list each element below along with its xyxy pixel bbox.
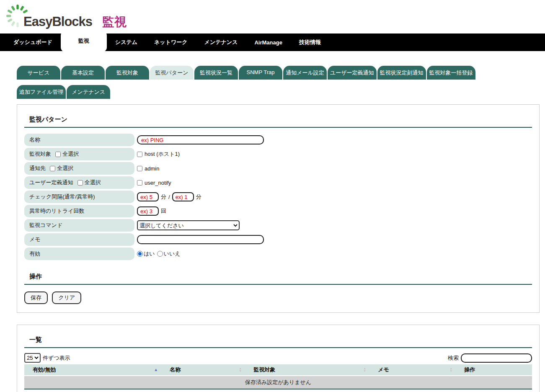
page-size-suffix: 件ずつ表示: [43, 354, 70, 362]
tab-additional-file-management[interactable]: 追加ファイル管理: [17, 85, 66, 99]
tab-snmp-trap[interactable]: SNMP Trap: [239, 66, 282, 80]
column-header-memo[interactable]: メモ ▲▼: [369, 364, 456, 376]
form-row-targets: 監視対象 全選択 host (ホスト1): [24, 148, 532, 160]
form-row-memo: メモ: [24, 233, 532, 246]
notify-admin-checkbox[interactable]: [137, 166, 142, 171]
form-section-head: 監視パターン: [24, 111, 532, 128]
notify-select-all: 全選択: [50, 165, 73, 172]
list-section-title: 一覧: [29, 336, 42, 343]
enabled-no-option: いいえ: [157, 250, 181, 258]
interval-error-input[interactable]: [172, 192, 194, 201]
check-interval-label: チェック間隔(通常/異常時): [24, 191, 134, 203]
search-input[interactable]: [461, 353, 532, 363]
pattern-list-table: 有効/無効 ▲ 名称 ▲▼ 監視対象 ▲▼: [24, 364, 532, 389]
table-header-row: 有効/無効 ▲ 名称 ▲▼ 監視対象 ▲▼: [24, 364, 532, 376]
target-host-checkbox[interactable]: [137, 152, 142, 157]
notify-to-label: 通知先 全選択: [24, 162, 134, 175]
sub-tab-bar: サービス 基本設定 監視対象 監視パターン 監視状況一覧 SNMP Trap 通…: [17, 66, 540, 99]
tab-user-defined-notification[interactable]: ユーザー定義通知: [328, 66, 377, 80]
empty-row-message: 保存済み設定がありません: [24, 376, 532, 389]
search-label: 検索: [448, 354, 459, 362]
user-notify-checkbox[interactable]: [137, 180, 142, 186]
save-button[interactable]: 保存: [24, 291, 48, 304]
nav-item-system[interactable]: システム: [107, 34, 146, 51]
nav-item-tech-info[interactable]: 技術情報: [291, 34, 329, 51]
brand-name: EasyBlocks: [23, 3, 92, 29]
empty-table-row: 保存済み設定がありません: [24, 376, 532, 389]
tab-bulk-target-registration[interactable]: 監視対象一括登録: [427, 66, 475, 80]
actions-section-head: 操作: [24, 268, 532, 285]
retry-count-label: 異常時のリトライ回数: [24, 205, 134, 217]
page: EasyBlocks 監視 ダッシュボード 監視 システム ネットワーク メンテ…: [0, 0, 545, 392]
tab-notification-mail[interactable]: 通知メール設定: [283, 66, 327, 80]
page-size-select[interactable]: 25: [24, 353, 41, 363]
column-header-operation[interactable]: 操作: [456, 364, 532, 376]
list-panel: 一覧 25 件ずつ表示 検索 有効/無効 ▲: [17, 325, 540, 392]
tab-service[interactable]: サービス: [17, 66, 60, 80]
enabled-no-radio[interactable]: [157, 251, 163, 257]
tab-basic-settings[interactable]: 基本設定: [61, 66, 105, 80]
tab-monitor-status-list[interactable]: 監視状況一覧: [194, 66, 238, 80]
sort-ascending-icon: ▲: [154, 368, 158, 372]
form-row-notify-to: 通知先 全選択 admin: [24, 162, 532, 175]
clear-button[interactable]: クリア: [52, 291, 81, 304]
actions-section-title: 操作: [29, 273, 42, 280]
monitor-command-select[interactable]: 選択してください: [137, 220, 240, 230]
name-label: 名称: [24, 134, 134, 146]
form-row-retry-count: 異常時のリトライ回数 回: [24, 205, 532, 217]
name-input[interactable]: [137, 135, 264, 144]
enabled-yes-option: はい: [137, 250, 155, 258]
notify-select-all-checkbox[interactable]: [50, 166, 55, 171]
sort-both-icon: ▲▼: [363, 367, 366, 372]
interval-normal-input[interactable]: [137, 192, 159, 201]
logo-bar: EasyBlocks 監視: [0, 0, 545, 34]
form-row-user-defined-notification: ユーザー定義通知 全選択 user_notify: [24, 176, 532, 189]
tab-maintenance[interactable]: メンテナンス: [67, 85, 110, 99]
form-row-check-interval: チェック間隔(通常/異常時) 分 / 分: [24, 191, 532, 203]
main-nav: ダッシュボード 監視 システム ネットワーク メンテナンス AirManage …: [0, 34, 545, 51]
product-title: 監視: [102, 3, 127, 31]
tab-scheduled-status-notification[interactable]: 監視状況定刻通知: [377, 66, 426, 80]
retry-count-unit: 回: [161, 207, 166, 215]
tab-monitor-targets[interactable]: 監視対象: [106, 66, 149, 80]
search-control: 検索: [448, 353, 532, 363]
sort-both-icon: ▲▼: [239, 367, 242, 372]
sub-tab-row-2: 追加ファイル管理 メンテナンス: [17, 85, 540, 99]
nav-item-dashboard[interactable]: ダッシュボード: [5, 34, 61, 51]
user-notify-option: user_notify: [137, 180, 171, 186]
sub-tab-row-1: サービス 基本設定 監視対象 監視パターン 監視状況一覧 SNMP Trap 通…: [17, 66, 540, 80]
column-header-enabled[interactable]: 有効/無効 ▲: [24, 364, 161, 376]
tab-monitor-pattern[interactable]: 監視パターン: [150, 66, 194, 80]
form-row-name: 名称: [24, 134, 532, 146]
nav-item-network[interactable]: ネットワーク: [146, 34, 196, 51]
nav-item-airmanage[interactable]: AirManage: [246, 34, 290, 51]
form-row-monitor-command: 監視コマンド 選択してください: [24, 219, 532, 232]
notify-option-admin: admin: [137, 165, 159, 172]
user-notify-select-all: 全選択: [77, 179, 101, 186]
column-header-name[interactable]: 名称 ▲▼: [161, 364, 245, 376]
target-option-host: host (ホスト1): [137, 150, 180, 158]
targets-select-all-checkbox[interactable]: [55, 152, 61, 157]
monitor-command-label: 監視コマンド: [24, 219, 134, 232]
retry-count-input[interactable]: [137, 206, 159, 216]
column-header-target[interactable]: 監視対象 ▲▼: [245, 364, 369, 376]
memo-input[interactable]: [137, 235, 264, 244]
interval-normal-unit: 分: [161, 193, 166, 201]
nav-item-maintenance[interactable]: メンテナンス: [196, 34, 246, 51]
user-notify-select-all-checkbox[interactable]: [77, 180, 83, 186]
user-defined-notification-label: ユーザー定義通知 全選択: [24, 176, 134, 189]
targets-select-all: 全選択: [55, 150, 79, 158]
form-row-enabled: 有効 はい いいえ: [24, 248, 532, 260]
interval-error-unit: 分: [196, 193, 201, 201]
nav-item-monitoring[interactable]: 監視: [61, 30, 107, 52]
enabled-label: 有効: [24, 248, 134, 260]
targets-label: 監視対象 全選択: [24, 148, 134, 160]
action-bar: 保存 クリア: [24, 291, 532, 304]
list-controls: 25 件ずつ表示 検索: [24, 353, 532, 363]
monitor-pattern-panel: 監視パターン 名称 監視対象 全選択 host (ホスト1): [17, 104, 540, 313]
list-section-head: 一覧: [24, 331, 532, 348]
form-section-title: 監視パターン: [29, 116, 67, 123]
enabled-yes-radio[interactable]: [137, 251, 143, 257]
memo-label: メモ: [24, 233, 134, 246]
sort-both-icon: ▲▼: [449, 367, 452, 372]
